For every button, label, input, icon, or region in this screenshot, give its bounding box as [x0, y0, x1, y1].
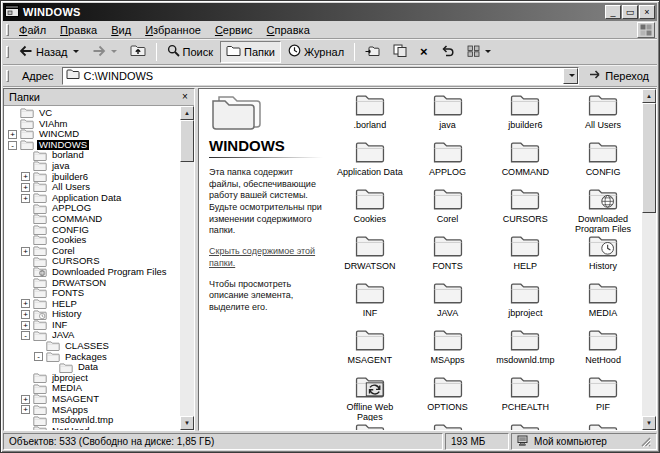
folders-button[interactable]: Папки: [220, 41, 281, 63]
file-item[interactable]: MSApps: [409, 327, 487, 374]
copy-to-button[interactable]: [387, 41, 413, 63]
tree-item[interactable]: msdownld.tmp: [4, 415, 180, 426]
file-item[interactable]: [409, 421, 487, 430]
scroll-down-icon[interactable]: ▼: [180, 416, 194, 430]
tree-item[interactable]: +jbuilder6: [4, 172, 180, 183]
file-item[interactable]: FONTS: [409, 233, 487, 280]
file-item[interactable]: History: [564, 233, 642, 280]
tree-expand-toggle[interactable]: +: [21, 321, 30, 330]
file-item[interactable]: JAVA: [409, 280, 487, 327]
history-button[interactable]: Журнал: [282, 41, 350, 63]
up-button[interactable]: [124, 41, 152, 63]
scroll-up-icon[interactable]: ▲: [180, 106, 194, 120]
file-item[interactable]: .borland: [331, 92, 409, 139]
tree-item[interactable]: CONFIG: [4, 225, 180, 236]
menu-grip[interactable]: [6, 24, 9, 36]
tree-expand-toggle[interactable]: +: [21, 183, 30, 192]
file-item[interactable]: CURSORS: [487, 186, 565, 233]
tree-expand-toggle[interactable]: +: [21, 310, 30, 319]
menu-item[interactable]: Файл: [12, 22, 53, 38]
tree-item[interactable]: +INF: [4, 320, 180, 331]
file-item[interactable]: [331, 421, 409, 430]
file-item[interactable]: All Users: [564, 92, 642, 139]
menu-item[interactable]: Справка: [260, 22, 317, 38]
tree-expand-toggle[interactable]: +: [21, 299, 30, 308]
content-scroll-thumb[interactable]: [642, 103, 656, 213]
tree-expand-toggle[interactable]: -: [21, 331, 30, 340]
forward-button[interactable]: [86, 41, 123, 63]
toolbar-grip[interactable]: [6, 46, 9, 58]
tree-item[interactable]: Downloaded Program Files: [4, 267, 180, 278]
tree-expand-toggle[interactable]: -: [8, 141, 17, 150]
file-item[interactable]: INF: [331, 280, 409, 327]
search-button[interactable]: Поиск: [161, 41, 219, 63]
scroll-down-icon[interactable]: ▼: [642, 416, 656, 430]
tree-scroll-thumb[interactable]: [180, 120, 194, 162]
undo-button[interactable]: [435, 41, 460, 63]
tree-item[interactable]: +MSAGENT: [4, 394, 180, 405]
move-to-button[interactable]: [359, 41, 386, 63]
close-button[interactable]: ×: [639, 5, 655, 19]
tree-item[interactable]: -WINDOWS: [4, 140, 180, 151]
menu-item[interactable]: Вид: [104, 22, 138, 38]
file-item[interactable]: msdownld.tmp: [487, 327, 565, 374]
file-item[interactable]: Application Data: [331, 139, 409, 186]
address-input[interactable]: C:\WINDOWS: [62, 67, 580, 85]
delete-button[interactable]: ×: [414, 41, 434, 63]
tree-item[interactable]: java: [4, 161, 180, 172]
tree-item[interactable]: DRWATSON: [4, 278, 180, 289]
tree-expand-toggle[interactable]: +: [21, 247, 30, 256]
tree-scroll-track[interactable]: [180, 120, 194, 416]
file-item[interactable]: java: [409, 92, 487, 139]
tree-expand-toggle[interactable]: +: [21, 172, 30, 181]
tree-expand-toggle[interactable]: +: [21, 194, 30, 203]
tree-item[interactable]: NetHood: [4, 426, 180, 430]
file-item[interactable]: Corel: [409, 186, 487, 233]
file-item[interactable]: [564, 421, 642, 430]
resize-grip[interactable]: [639, 435, 651, 449]
menu-item[interactable]: Избранное: [138, 22, 208, 38]
file-item[interactable]: Downloaded Program Files: [564, 186, 642, 233]
tree-expand-toggle[interactable]: +: [8, 130, 17, 139]
tree-item[interactable]: Data: [4, 362, 180, 373]
file-item[interactable]: MSAGENT: [331, 327, 409, 374]
tree-item[interactable]: jbproject: [4, 373, 180, 384]
back-button[interactable]: Назад: [13, 41, 85, 63]
maximize-button[interactable]: ▭: [622, 5, 638, 19]
views-button[interactable]: [461, 41, 497, 63]
tree-expand-toggle[interactable]: +: [21, 405, 30, 414]
minimize-button[interactable]: _: [605, 5, 621, 19]
tree-item[interactable]: borland: [4, 150, 180, 161]
file-item[interactable]: CONFIG: [564, 139, 642, 186]
file-item[interactable]: jbuilder6: [487, 92, 565, 139]
menu-item[interactable]: Правка: [53, 22, 104, 38]
go-button[interactable]: Переход: [583, 68, 655, 83]
file-item[interactable]: jbproject: [487, 280, 565, 327]
file-item[interactable]: HELP: [487, 233, 565, 280]
tree-expand-toggle[interactable]: +: [21, 395, 30, 404]
file-item[interactable]: Cookies: [331, 186, 409, 233]
tree-item[interactable]: +HELP: [4, 299, 180, 310]
tree-scrollbar[interactable]: ▲ ▼: [180, 106, 194, 430]
file-item[interactable]: COMMAND: [487, 139, 565, 186]
tree-item[interactable]: FONTS: [4, 288, 180, 299]
file-item[interactable]: PCHEALTH: [487, 374, 565, 421]
address-dropdown-button[interactable]: [563, 68, 578, 84]
tree-item[interactable]: +Application Data: [4, 193, 180, 204]
scroll-up-icon[interactable]: ▲: [642, 89, 656, 103]
file-item[interactable]: [487, 421, 565, 430]
file-item[interactable]: NetHood: [564, 327, 642, 374]
file-item[interactable]: APPLOG: [409, 139, 487, 186]
file-item[interactable]: DRWATSON: [331, 233, 409, 280]
content-scroll-track[interactable]: [642, 103, 656, 416]
file-item[interactable]: PIF: [564, 374, 642, 421]
content-scrollbar[interactable]: ▲ ▼: [642, 89, 656, 430]
close-folders-panel-button[interactable]: ×: [178, 91, 192, 104]
file-item[interactable]: MEDIA: [564, 280, 642, 327]
file-item[interactable]: OPTIONS: [409, 374, 487, 421]
tree-item[interactable]: Cookies: [4, 235, 180, 246]
file-item[interactable]: Offline Web Pages: [331, 374, 409, 421]
tree-item[interactable]: +History: [4, 309, 180, 320]
address-grip[interactable]: [6, 70, 9, 82]
menu-item[interactable]: Сервис: [208, 22, 260, 38]
